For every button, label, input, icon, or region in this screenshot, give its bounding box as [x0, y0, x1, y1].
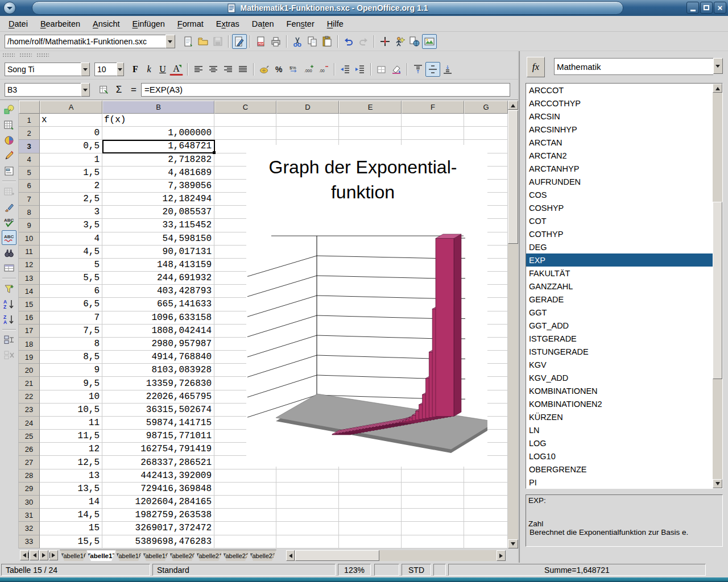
cell-A11[interactable]: 4,5 [40, 246, 102, 259]
column-header-b[interactable]: B [102, 101, 214, 114]
cell-E31[interactable] [339, 509, 402, 522]
cell-B9[interactable]: 33,115452 [102, 219, 214, 232]
category-dropdown-button[interactable] [713, 58, 723, 74]
menu-extras[interactable]: Extras [210, 17, 246, 31]
function-item-arccothyp[interactable]: ARCCOTHYP [526, 97, 713, 110]
function-item-deg[interactable]: DEG [526, 240, 713, 253]
row-header-22[interactable]: 22 [19, 390, 40, 404]
row-header-11[interactable]: 11 [19, 246, 40, 259]
cell-G28[interactable] [464, 469, 508, 483]
function-wizard-panel-button[interactable]: fx [527, 57, 545, 77]
menu-bearbeiten[interactable]: Bearbeiten [34, 17, 86, 31]
menu-daten[interactable]: Daten [246, 17, 280, 31]
cell-C29[interactable] [214, 483, 276, 496]
open-folder-button[interactable] [196, 34, 210, 49]
cell-A28[interactable]: 13 [40, 469, 102, 483]
cell-B24[interactable]: 59874,141715 [102, 417, 214, 430]
function-item-ggt_add[interactable]: GGT_ADD [526, 319, 713, 332]
find-replace-button[interactable] [2, 246, 16, 260]
function-item-cot[interactable]: COT [526, 214, 713, 227]
spellcheck-button[interactable]: ABC [2, 215, 16, 230]
gallery-button[interactable] [422, 34, 437, 49]
row-header-23[interactable]: 23 [19, 404, 40, 417]
cell-B27[interactable]: 268337,286521 [102, 456, 214, 469]
scroll-right-button[interactable] [497, 550, 506, 561]
cell-B10[interactable]: 54,598150 [102, 232, 214, 246]
cell-C32[interactable] [214, 522, 276, 535]
cut-button[interactable] [290, 34, 305, 49]
embedded-chart[interactable]: Graph der Exponential-funktion [246, 145, 487, 467]
cell-B14[interactable]: 403,428793 [102, 285, 214, 298]
status-page-style[interactable]: Standard [152, 564, 336, 576]
row-header-4[interactable]: 4 [19, 153, 40, 167]
sort-descending-button[interactable]: ZA [2, 312, 16, 327]
cell-E30[interactable] [339, 496, 402, 509]
cell-E33[interactable] [339, 535, 402, 548]
row-header-21[interactable]: 21 [19, 377, 40, 390]
sheet-tab-tabelle21[interactable]: Tabelle21 [195, 550, 223, 561]
row-header-28[interactable]: 28 [19, 469, 40, 483]
minimize-button[interactable] [686, 2, 699, 14]
cell-A21[interactable]: 9,5 [40, 377, 102, 390]
function-item-gerade[interactable]: GERADE [526, 293, 713, 306]
row-header-27[interactable]: 27 [19, 456, 40, 469]
row-header-16[interactable]: 16 [19, 311, 40, 325]
function-item-obergrenze[interactable]: OBERGRENZE [526, 463, 713, 476]
sort-ascending-button[interactable]: AZ [2, 297, 16, 311]
copy-button[interactable] [305, 34, 320, 49]
function-item-log10[interactable]: LOG10 [526, 450, 713, 463]
function-item-log[interactable]: LOG [526, 436, 713, 450]
menu-format[interactable]: Format [171, 17, 210, 31]
font-name-input[interactable] [5, 63, 81, 76]
function-item-kürzen[interactable]: KÜRZEN [526, 410, 713, 423]
cell-A20[interactable]: 9 [40, 364, 102, 377]
cell-G31[interactable] [464, 509, 508, 522]
cell-D28[interactable] [276, 469, 339, 483]
italic-button[interactable]: k [142, 63, 156, 76]
cell-B1[interactable]: f(x) [102, 114, 214, 127]
cell-A8[interactable]: 3 [40, 206, 102, 219]
cell-A17[interactable]: 7,5 [40, 325, 102, 338]
menu-fenster[interactable]: Fenster [280, 17, 321, 31]
cell-D30[interactable] [276, 496, 339, 509]
menu-einfgen[interactable]: Einfügen [126, 17, 171, 31]
borders-button[interactable] [374, 62, 389, 77]
font-name-dropdown-button[interactable] [81, 63, 90, 76]
cell-A13[interactable]: 5,5 [40, 272, 102, 285]
cell-E32[interactable] [339, 522, 402, 535]
cell-G32[interactable] [464, 522, 508, 535]
cell-A1[interactable]: x [40, 114, 102, 127]
row-header-25[interactable]: 25 [19, 430, 40, 443]
row-header-17[interactable]: 17 [19, 325, 40, 338]
cell-G2[interactable] [464, 127, 508, 140]
scroll-left-button[interactable] [286, 550, 295, 561]
row-header-1[interactable]: 1 [19, 114, 40, 127]
cell-B12[interactable]: 148,413159 [102, 259, 214, 272]
next-sheet-button[interactable] [39, 550, 48, 560]
function-list[interactable]: ARCCOTARCCOTHYPARCSINARCSINHYPARCTANARCT… [526, 83, 723, 489]
function-item-cos[interactable]: COS [526, 188, 713, 201]
new-document-button[interactable] [181, 34, 196, 49]
horizontal-scrollbar[interactable] [286, 550, 506, 561]
cell-B20[interactable]: 8103,083928 [102, 364, 214, 377]
row-header-10[interactable]: 10 [19, 232, 40, 246]
scroll-down-button[interactable] [508, 539, 518, 548]
cell-A33[interactable]: 15,5 [40, 535, 102, 548]
cell-B22[interactable]: 22026,465795 [102, 390, 214, 404]
column-header-e[interactable]: E [339, 101, 402, 114]
cell-A4[interactable]: 1 [40, 153, 102, 167]
row-header-19[interactable]: 19 [19, 351, 40, 364]
cell-B13[interactable]: 244,691932 [102, 272, 214, 285]
row-header-7[interactable]: 7 [19, 193, 40, 206]
cell-B5[interactable]: 4,481689 [102, 167, 214, 180]
cell-B28[interactable]: 442413,392009 [102, 469, 214, 483]
row-header-15[interactable]: 15 [19, 298, 40, 311]
cell-B4[interactable]: 2,718282 [102, 153, 214, 167]
cell-G33[interactable] [464, 535, 508, 548]
insert-draw-button[interactable] [392, 34, 407, 49]
align-right-button[interactable] [221, 62, 235, 77]
cell-B32[interactable]: 3269017,372472 [102, 522, 214, 535]
cell-A23[interactable]: 10,5 [40, 404, 102, 417]
cell-D33[interactable] [276, 535, 339, 548]
column-header-c[interactable]: C [214, 101, 276, 114]
